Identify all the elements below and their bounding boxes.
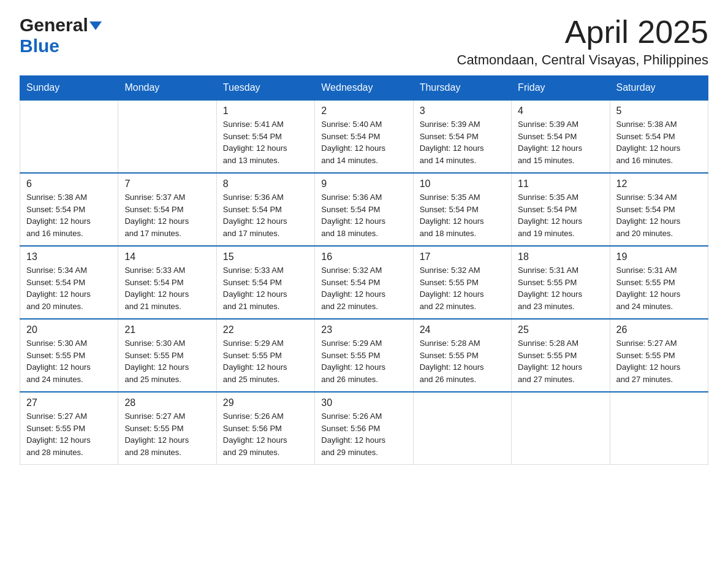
logo-arrow-icon: [88, 15, 102, 35]
day-number: 29: [223, 397, 308, 408]
calendar-cell-0-2: 1Sunrise: 5:41 AMSunset: 5:54 PMDaylight…: [216, 100, 314, 173]
day-number: 27: [26, 397, 112, 408]
calendar-cell-0-1: [118, 100, 216, 173]
calendar-title: April 2025: [457, 15, 709, 50]
day-info: Sunrise: 5:34 AMSunset: 5:54 PMDaylight:…: [616, 191, 702, 239]
calendar-cell-1-1: 7Sunrise: 5:37 AMSunset: 5:54 PMDaylight…: [118, 173, 216, 246]
calendar-week-4: 20Sunrise: 5:30 AMSunset: 5:55 PMDayligh…: [20, 319, 708, 392]
day-info: Sunrise: 5:32 AMSunset: 5:54 PMDaylight:…: [321, 264, 406, 312]
day-info: Sunrise: 5:36 AMSunset: 5:54 PMDaylight:…: [223, 191, 308, 239]
calendar-cell-3-5: 25Sunrise: 5:28 AMSunset: 5:55 PMDayligh…: [512, 319, 610, 392]
day-number: 6: [26, 178, 112, 190]
day-info: Sunrise: 5:33 AMSunset: 5:54 PMDaylight:…: [223, 264, 308, 312]
day-number: 28: [124, 397, 210, 408]
day-info: Sunrise: 5:28 AMSunset: 5:55 PMDaylight:…: [518, 337, 603, 385]
weekday-header-row: SundayMondayTuesdayWednesdayThursdayFrid…: [20, 76, 708, 101]
calendar-cell-4-6: [610, 392, 708, 465]
day-number: 25: [518, 324, 603, 335]
calendar-cell-1-2: 8Sunrise: 5:36 AMSunset: 5:54 PMDaylight…: [216, 173, 314, 246]
day-info: Sunrise: 5:31 AMSunset: 5:55 PMDaylight:…: [518, 264, 603, 312]
day-number: 10: [420, 178, 505, 190]
day-number: 7: [124, 178, 210, 190]
day-number: 14: [124, 251, 210, 262]
day-info: Sunrise: 5:35 AMSunset: 5:54 PMDaylight:…: [420, 191, 505, 239]
calendar-cell-2-2: 15Sunrise: 5:33 AMSunset: 5:54 PMDayligh…: [216, 246, 314, 319]
day-number: 30: [321, 397, 406, 408]
day-info: Sunrise: 5:30 AMSunset: 5:55 PMDaylight:…: [124, 337, 210, 385]
calendar-week-1: 1Sunrise: 5:41 AMSunset: 5:54 PMDaylight…: [20, 100, 708, 173]
day-number: 20: [26, 324, 112, 335]
calendar-cell-3-4: 24Sunrise: 5:28 AMSunset: 5:55 PMDayligh…: [413, 319, 511, 392]
weekday-header-wednesday: Wednesday: [315, 76, 413, 101]
day-number: 11: [518, 178, 603, 190]
calendar-cell-2-3: 16Sunrise: 5:32 AMSunset: 5:54 PMDayligh…: [315, 246, 413, 319]
calendar-cell-4-5: [512, 392, 610, 465]
day-number: 19: [616, 251, 702, 262]
calendar-cell-2-6: 19Sunrise: 5:31 AMSunset: 5:55 PMDayligh…: [610, 246, 708, 319]
calendar-cell-2-4: 17Sunrise: 5:32 AMSunset: 5:55 PMDayligh…: [413, 246, 511, 319]
day-number: 15: [223, 251, 308, 262]
day-number: 16: [321, 251, 406, 262]
day-info: Sunrise: 5:33 AMSunset: 5:54 PMDaylight:…: [124, 264, 210, 312]
weekday-header-monday: Monday: [118, 76, 216, 101]
logo: General Blue: [20, 15, 102, 56]
calendar-cell-1-5: 11Sunrise: 5:35 AMSunset: 5:54 PMDayligh…: [512, 173, 610, 246]
day-info: Sunrise: 5:37 AMSunset: 5:54 PMDaylight:…: [124, 191, 210, 239]
day-number: 4: [518, 105, 603, 117]
calendar-cell-3-6: 26Sunrise: 5:27 AMSunset: 5:55 PMDayligh…: [610, 319, 708, 392]
logo-blue: Blue: [20, 36, 59, 56]
logo-text: General: [20, 15, 102, 36]
calendar-cell-4-3: 30Sunrise: 5:26 AMSunset: 5:56 PMDayligh…: [315, 392, 413, 465]
day-info: Sunrise: 5:26 AMSunset: 5:56 PMDaylight:…: [321, 410, 406, 458]
day-number: 17: [420, 251, 505, 262]
calendar-cell-1-3: 9Sunrise: 5:36 AMSunset: 5:54 PMDaylight…: [315, 173, 413, 246]
day-info: Sunrise: 5:39 AMSunset: 5:54 PMDaylight:…: [518, 118, 603, 166]
calendar-subtitle: Catmondaan, Central Visayas, Philippines: [457, 52, 709, 68]
calendar-header: SundayMondayTuesdayWednesdayThursdayFrid…: [20, 76, 708, 101]
day-number: 13: [26, 251, 112, 262]
calendar-cell-3-0: 20Sunrise: 5:30 AMSunset: 5:55 PMDayligh…: [20, 319, 118, 392]
day-info: Sunrise: 5:35 AMSunset: 5:54 PMDaylight:…: [518, 191, 603, 239]
calendar-cell-4-1: 28Sunrise: 5:27 AMSunset: 5:55 PMDayligh…: [118, 392, 216, 465]
day-number: 24: [420, 324, 505, 335]
day-info: Sunrise: 5:27 AMSunset: 5:55 PMDaylight:…: [616, 337, 702, 385]
calendar-cell-0-4: 3Sunrise: 5:39 AMSunset: 5:54 PMDaylight…: [413, 100, 511, 173]
calendar-cell-2-1: 14Sunrise: 5:33 AMSunset: 5:54 PMDayligh…: [118, 246, 216, 319]
weekday-header-saturday: Saturday: [610, 76, 708, 101]
calendar-cell-3-1: 21Sunrise: 5:30 AMSunset: 5:55 PMDayligh…: [118, 319, 216, 392]
calendar-cell-1-4: 10Sunrise: 5:35 AMSunset: 5:54 PMDayligh…: [413, 173, 511, 246]
calendar-cell-3-3: 23Sunrise: 5:29 AMSunset: 5:55 PMDayligh…: [315, 319, 413, 392]
day-number: 2: [321, 105, 406, 117]
day-number: 12: [616, 178, 702, 190]
day-number: 5: [616, 105, 702, 117]
day-info: Sunrise: 5:40 AMSunset: 5:54 PMDaylight:…: [321, 118, 406, 166]
day-info: Sunrise: 5:34 AMSunset: 5:54 PMDaylight:…: [26, 264, 112, 312]
calendar-cell-4-0: 27Sunrise: 5:27 AMSunset: 5:55 PMDayligh…: [20, 392, 118, 465]
calendar-cell-4-2: 29Sunrise: 5:26 AMSunset: 5:56 PMDayligh…: [216, 392, 314, 465]
day-info: Sunrise: 5:32 AMSunset: 5:55 PMDaylight:…: [420, 264, 505, 312]
day-number: 21: [124, 324, 210, 335]
day-info: Sunrise: 5:28 AMSunset: 5:55 PMDaylight:…: [420, 337, 505, 385]
logo-general: General: [20, 15, 88, 35]
day-number: 22: [223, 324, 308, 335]
day-info: Sunrise: 5:27 AMSunset: 5:55 PMDaylight:…: [26, 410, 112, 458]
day-info: Sunrise: 5:38 AMSunset: 5:54 PMDaylight:…: [26, 191, 112, 239]
page-header: General Blue April 2025 Catmondaan, Cent…: [20, 15, 708, 68]
calendar-cell-0-3: 2Sunrise: 5:40 AMSunset: 5:54 PMDaylight…: [315, 100, 413, 173]
day-info: Sunrise: 5:39 AMSunset: 5:54 PMDaylight:…: [420, 118, 505, 166]
calendar-week-2: 6Sunrise: 5:38 AMSunset: 5:54 PMDaylight…: [20, 173, 708, 246]
day-info: Sunrise: 5:38 AMSunset: 5:54 PMDaylight:…: [616, 118, 702, 166]
day-number: 18: [518, 251, 603, 262]
logo-blue-text: Blue: [20, 36, 59, 56]
calendar-cell-0-5: 4Sunrise: 5:39 AMSunset: 5:54 PMDaylight…: [512, 100, 610, 173]
day-number: 9: [321, 178, 406, 190]
day-number: 3: [420, 105, 505, 117]
calendar-cell-3-2: 22Sunrise: 5:29 AMSunset: 5:55 PMDayligh…: [216, 319, 314, 392]
day-info: Sunrise: 5:31 AMSunset: 5:55 PMDaylight:…: [616, 264, 702, 312]
calendar-table: SundayMondayTuesdayWednesdayThursdayFrid…: [20, 75, 708, 465]
day-number: 26: [616, 324, 702, 335]
calendar-cell-1-6: 12Sunrise: 5:34 AMSunset: 5:54 PMDayligh…: [610, 173, 708, 246]
day-number: 1: [223, 105, 308, 117]
calendar-cell-2-0: 13Sunrise: 5:34 AMSunset: 5:54 PMDayligh…: [20, 246, 118, 319]
day-info: Sunrise: 5:36 AMSunset: 5:54 PMDaylight:…: [321, 191, 406, 239]
